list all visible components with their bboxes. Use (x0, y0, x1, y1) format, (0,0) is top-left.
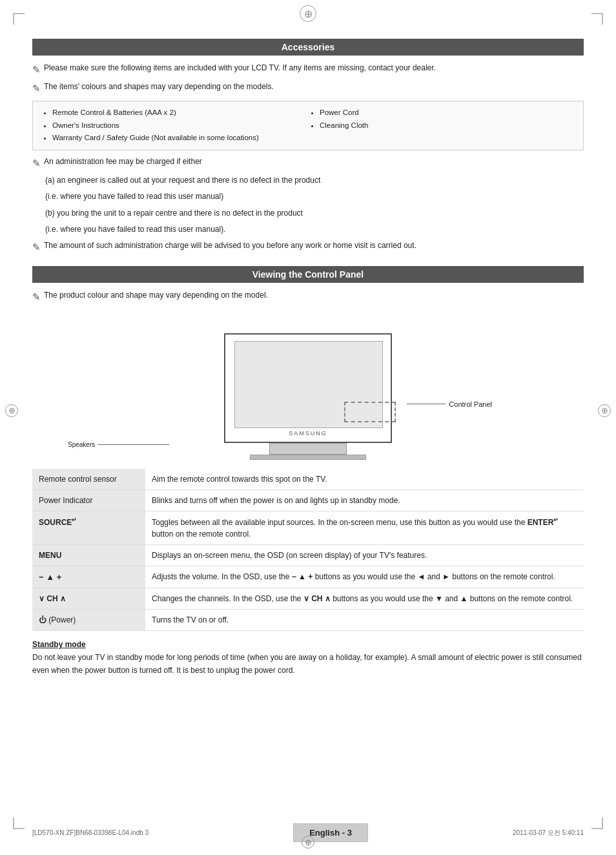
accessories-box: Remote Control & Batteries (AAA x 2) Own… (32, 101, 584, 150)
list-item: Remote Control & Batteries (AAA x 2) (52, 107, 308, 119)
note1-text: Please make sure the following items are… (44, 62, 584, 74)
control-panel-line (407, 404, 446, 404)
cp-label-power: ⏻ (Power) (32, 610, 145, 631)
left-circle-icon: ⊕ (5, 404, 18, 417)
note2-text: The items' colours and shapes may vary d… (44, 81, 584, 92)
note5-icon: ✎ (32, 290, 41, 305)
note4-icon: ✎ (32, 240, 41, 255)
cp-desc-volume: Adjusts the volume. In the OSD, use the … (145, 566, 584, 588)
note3: ✎ An administration fee may be charged i… (32, 156, 584, 171)
speakers-label: Speakers (68, 441, 169, 448)
enter-bold: ENTER↵ (528, 518, 559, 527)
footer-right: 2011-03-07 오전 5:40:11 (513, 829, 584, 838)
cp-label-power-indicator: Power Indicator (32, 489, 145, 511)
samsung-text: SAMSUNG (289, 430, 327, 437)
standby-text: Do not leave your TV in standby mode for… (32, 652, 584, 676)
admin-note-c: (b) you bring the unit to a repair centr… (45, 207, 584, 220)
note4-text: The amount of such administration charge… (44, 240, 584, 251)
cp-label-source: SOURCE↵ (32, 511, 145, 544)
note5: ✎ The product colour and shape may vary … (32, 289, 584, 305)
tv-foot (250, 455, 366, 460)
note4: ✎ The amount of such administration char… (32, 240, 584, 255)
list-item: Cleaning Cloth (320, 119, 575, 132)
admin-note-a: (a) an engineer is called out at your re… (45, 174, 584, 187)
corner-tl (13, 13, 25, 25)
corner-tr (591, 13, 603, 25)
enter-superscript: ↵ (72, 517, 77, 523)
cp-desc-source: Toggles between all the available input … (145, 511, 584, 544)
admin-note-b: (i.e. where you have failed to read this… (45, 191, 584, 203)
table-row: − ▲ + Adjusts the volume. In the OSD, us… (32, 566, 584, 588)
bottom-circle-icon: ⊕ (302, 836, 314, 849)
tv-stand (269, 443, 347, 455)
list-item: Owner's Instructions (52, 119, 308, 132)
table-row: ⏻ (Power) Turns the TV on or off. (32, 610, 584, 631)
note1: ✎ Please make sure the following items a… (32, 62, 584, 77)
note1-icon: ✎ (32, 63, 41, 77)
cp-desc-menu: Displays an on-screen menu, the OSD (on … (145, 544, 584, 566)
cp-desc-ch: Changes the channels. In the OSD, use th… (145, 588, 584, 610)
accessories-list-1: Remote Control & Batteries (AAA x 2) Own… (41, 107, 308, 145)
footer-left: [LD570-XN ZF]BN68-03398E-L04.indb 3 (32, 829, 149, 836)
cp-desc-power: Turns the TV on or off. (145, 610, 584, 631)
note5-text: The product colour and shape may vary de… (44, 289, 584, 301)
accessories-header: Accessories (32, 39, 584, 56)
cp-desc-remote: Aim the remote control towards this spot… (145, 469, 584, 490)
table-row: MENU Displays an on-screen menu, the OSD… (32, 544, 584, 566)
list-item: Warranty Card / Safety Guide (Not availa… (52, 132, 308, 145)
accessories-col1: Remote Control & Batteries (AAA x 2) Own… (41, 107, 308, 145)
note3-text: An administration fee may be charged if … (44, 156, 584, 167)
page: ⊕ ⊕ ⊕ Accessories ✎ Please make sure the… (0, 0, 616, 855)
control-panel-table: Remote control sensor Aim the remote con… (32, 469, 584, 632)
accessories-col2: Power Cord Cleaning Cloth (308, 107, 575, 145)
table-row: Power Indicator Blinks and turns off whe… (32, 489, 584, 511)
tv-wrapper: SAMSUNG Control Panel (224, 333, 392, 460)
top-circle-icon: ⊕ (300, 5, 316, 22)
cp-label-remote: Remote control sensor (32, 469, 145, 490)
tv-stand-assembly (250, 443, 366, 460)
tv-diagram: Speakers SAMSUNG (32, 318, 584, 460)
cp-label-ch: ∨ CH ∧ (32, 588, 145, 610)
speakers-text: Speakers (68, 441, 95, 448)
list-item: Power Cord (320, 107, 575, 119)
accessories-list-2: Power Cord Cleaning Cloth (308, 107, 575, 132)
note3-icon: ✎ (32, 156, 41, 171)
table-row: SOURCE↵ Toggles between all the availabl… (32, 511, 584, 544)
table-row: Remote control sensor Aim the remote con… (32, 469, 584, 490)
control-panel-label: Control Panel (449, 400, 492, 408)
cp-label-volume: − ▲ + (32, 566, 145, 588)
tv-body: SAMSUNG (224, 333, 392, 443)
standby-header: Standby mode (32, 640, 584, 649)
control-panel-annotation: Control Panel (407, 400, 492, 408)
note2: ✎ The items' colours and shapes may vary… (32, 81, 584, 96)
table-row: ∨ CH ∧ Changes the channels. In the OSD,… (32, 588, 584, 610)
right-circle-icon: ⊕ (598, 404, 611, 417)
control-panel-header: Viewing the Control Panel (32, 266, 584, 283)
cp-desc-power-indicator: Blinks and turns off when the power is o… (145, 489, 584, 511)
admin-note-d: (i.e. where you have failed to read this… (45, 223, 584, 236)
note2-icon: ✎ (32, 81, 41, 96)
control-panel-dashed-box (344, 402, 396, 422)
cp-label-menu: MENU (32, 544, 145, 566)
